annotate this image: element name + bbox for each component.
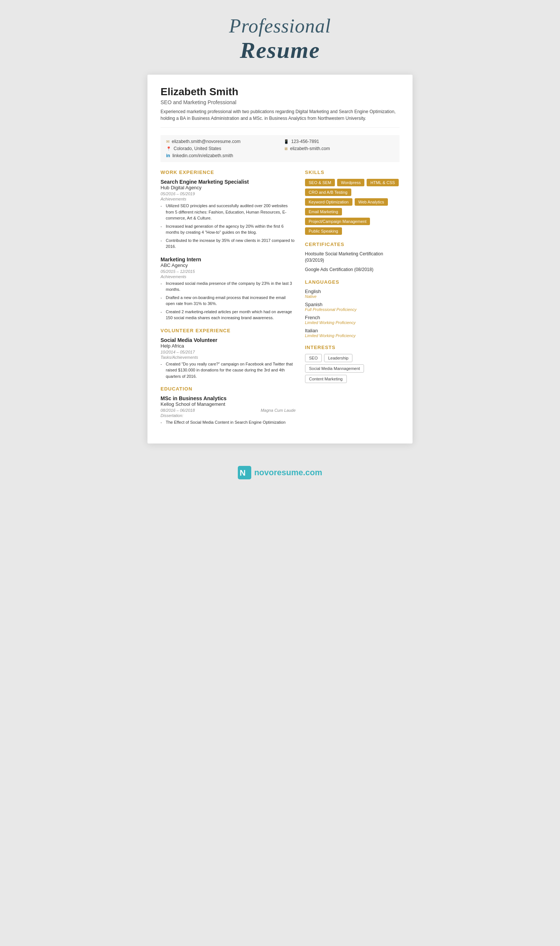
page-footer: N novoresume.com	[140, 458, 420, 487]
lang-level-2: Limited Working Proficiency	[305, 320, 400, 325]
linkedin-icon: in	[166, 153, 170, 158]
website-icon: 🖥	[284, 146, 288, 151]
job-title-1: Search Engine Marketing Specialist	[160, 179, 296, 185]
phone-icon: 📱	[284, 139, 289, 144]
resume-card: Elizabeth Smith SEO and Marketing Profes…	[148, 75, 412, 443]
bullet-2-1: Increased social media presence of the c…	[160, 280, 296, 293]
skills-container: SEO & SEM Wordpress HTML & CSS CRO and A…	[305, 179, 400, 235]
skill-badge-5: Web Analytics	[355, 198, 388, 206]
lang-item-3: Italian Limited Working Proficiency	[305, 328, 400, 338]
title-resume: Resume	[148, 37, 412, 63]
lang-item-0: English Native	[305, 289, 400, 298]
lang-level-3: Limited Working Proficiency	[305, 333, 400, 338]
edu-honors-1: Magna Cum Laude	[261, 408, 296, 412]
footer-logo: N novoresume.com	[238, 466, 322, 479]
cert-item-1: Google Ads Certification (08/2018)	[305, 266, 400, 273]
candidate-subtitle: SEO and Marketing Professional	[160, 99, 400, 105]
contact-website: 🖥 elizabeth-smith.com	[284, 146, 394, 151]
location-icon: 📍	[166, 146, 171, 151]
volunteer-bullet-1-1: Created "Do you really care?" campaign o…	[160, 361, 296, 380]
date-range-2: 05/2015 – 12/2015	[160, 269, 296, 274]
skills-title: SKILLS	[305, 169, 400, 175]
skill-badge-2: HTML & CSS	[367, 179, 399, 186]
date-range-1: 05/2016 – 05/2019	[160, 192, 296, 196]
title-professional: Professional	[148, 15, 412, 37]
skill-badge-7: Project/Campaign Management	[305, 218, 370, 225]
lang-item-1: Spanish Full Professional Proficiency	[305, 301, 400, 312]
resume-header: Elizabeth Smith SEO and Marketing Profes…	[160, 86, 400, 128]
bullet-1-3: Contributed to the increase by 35% of ne…	[160, 237, 296, 250]
contact-linkedin: in linkedin.com/in/elizabeth.smith	[166, 153, 276, 158]
edu-date-row-1: 08/2016 – 06/2018 Magna Cum Laude	[160, 408, 296, 412]
bullet-2-3: Created 2 marketing-related articles per…	[160, 309, 296, 321]
interest-badge-0: SEO	[305, 354, 322, 362]
email-icon: ✉	[166, 139, 169, 144]
interests-container: SEO Leadership Social Media Mannagement …	[305, 354, 400, 383]
edu-dissertation-label: Dissertation:	[160, 413, 296, 418]
lang-level-0: Native	[305, 294, 400, 298]
lang-name-3: Italian	[305, 328, 400, 333]
interest-badge-1: Leadership	[324, 354, 352, 362]
left-column: WORK EXPERIENCE Search Engine Marketing …	[160, 169, 296, 432]
company-name-1: Hub Digital Agency	[160, 185, 296, 191]
interest-badge-2: Social Media Mannagement	[305, 365, 364, 372]
footer-domain: novoresume.com	[254, 468, 322, 477]
skill-badge-6: Email Marketing	[305, 208, 342, 215]
job-title-2: Marketing Intern	[160, 257, 296, 263]
novoresume-icon: N	[238, 466, 251, 479]
lang-name-0: English	[305, 289, 400, 294]
skill-badge-0: SEO & SEM	[305, 179, 335, 186]
interest-badge-3: Content Marketing	[305, 375, 347, 383]
contact-section: ✉ elizabeth.smith@novoresume.com 📱 123-4…	[160, 135, 400, 162]
bullet-list-1: Utilized SEO principles and successfully…	[160, 203, 296, 250]
job-block-1: Search Engine Marketing Specialist Hub D…	[160, 179, 296, 250]
skill-badge-8: Public Speaking	[305, 228, 342, 235]
page-title-block: Professional Resume	[140, 0, 420, 75]
skill-badge-1: Wordpress	[337, 179, 365, 186]
edu-block-1: MSc in Business Analytics Kellog School …	[160, 395, 296, 426]
lang-item-2: French Limited Working Proficiency	[305, 315, 400, 325]
contact-phone: 📱 123-456-7891	[284, 139, 394, 144]
candidate-summary: Experienced marketing professional with …	[160, 108, 400, 122]
work-experience-title: WORK EXPERIENCE	[160, 169, 296, 175]
volunteer-company-1: Help Africa	[160, 343, 296, 349]
cert-item-0: Hootsuite Social Marketing Certification…	[305, 251, 400, 263]
job-block-vol-1: Social Media Volunteer Help Africa 10/20…	[160, 337, 296, 380]
resume-body: WORK EXPERIENCE Search Engine Marketing …	[160, 169, 400, 432]
company-name-2: ABC Agency	[160, 263, 296, 268]
lang-name-2: French	[305, 315, 400, 320]
achievements-label-2: Achievements	[160, 274, 296, 279]
volunteer-title-1: Social Media Volunteer	[160, 337, 296, 343]
edu-dates-1: 08/2016 – 06/2018	[160, 408, 195, 412]
volunteer-experience-title: VOLUNTEER EXPERIENCE	[160, 328, 296, 333]
bullet-1-2: Increased lead generation of the agency …	[160, 223, 296, 235]
volunteer-bullet-list-1: Created "Do you really care?" campaign o…	[160, 361, 296, 380]
edu-degree-1: MSc in Business Analytics	[160, 395, 296, 401]
edu-school-1: Kellog School of Management	[160, 401, 296, 407]
svg-text:N: N	[240, 468, 246, 477]
contact-email: ✉ elizabeth.smith@novoresume.com	[166, 139, 276, 144]
education-title: EDUCATION	[160, 386, 296, 392]
edu-bullet-list-1: The Effect of Social Media Content in Se…	[160, 419, 296, 426]
lang-name-1: Spanish	[305, 301, 400, 307]
volunteer-achievements-label-1: Tasks/Achievements	[160, 355, 296, 360]
bullet-1-1: Utilized SEO principles and successfully…	[160, 203, 296, 222]
certificates-title: CERTIFICATES	[305, 241, 400, 247]
candidate-name: Elizabeth Smith	[160, 86, 400, 98]
skill-badge-3: CRO and A/B Testing	[305, 189, 351, 196]
interests-title: INTERESTS	[305, 345, 400, 350]
job-block-2: Marketing Intern ABC Agency 05/2015 – 12…	[160, 257, 296, 321]
achievements-label-1: Achievements	[160, 197, 296, 201]
right-column: SKILLS SEO & SEM Wordpress HTML & CSS CR…	[305, 169, 400, 432]
volunteer-dates-1: 10/2014 – 05/2017	[160, 350, 296, 354]
contact-location: 📍 Colorado, United States	[166, 146, 276, 151]
languages-title: LANGUAGES	[305, 279, 400, 285]
skill-badge-4: Keyword Optimization	[305, 198, 352, 206]
bullet-2-2: Drafted a new on-boarding email process …	[160, 295, 296, 307]
edu-bullet-1-1: The Effect of Social Media Content in Se…	[160, 419, 296, 426]
lang-level-1: Full Professional Proficiency	[305, 307, 400, 312]
bullet-list-2: Increased social media presence of the c…	[160, 280, 296, 321]
